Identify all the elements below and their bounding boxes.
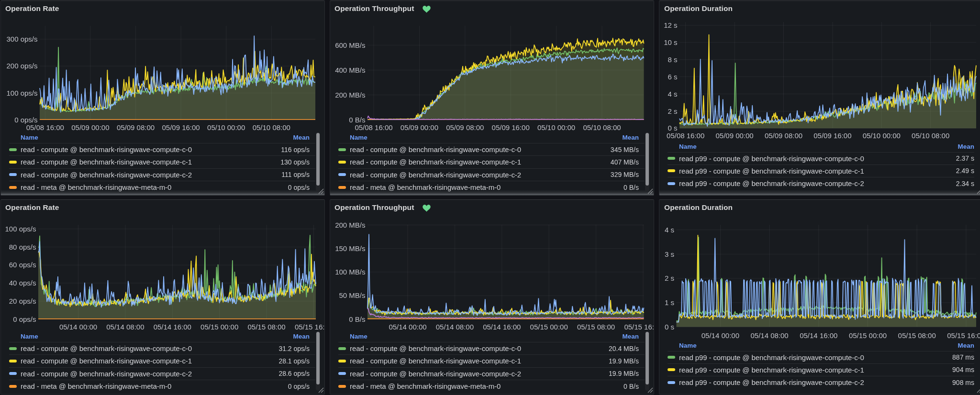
- svg-text:05/09 08:00: 05/09 08:00: [117, 123, 155, 132]
- svg-text:150 MB/s: 150 MB/s: [335, 244, 365, 252]
- svg-text:05/09 16:00: 05/09 16:00: [162, 123, 200, 132]
- svg-text:05/15 16:00: 05/15 16:00: [947, 331, 980, 340]
- svg-text:05/15 16:00: 05/15 16:00: [295, 323, 333, 331]
- svg-text:300 ops/s: 300 ops/s: [6, 35, 37, 43]
- svg-text:05/15 08:00: 05/15 08:00: [247, 323, 285, 331]
- svg-text:6 s: 6 s: [668, 73, 677, 81]
- svg-text:1 s: 1 s: [665, 298, 674, 307]
- svg-text:05/08 16:00: 05/08 16:00: [355, 123, 392, 132]
- svg-text:2 s: 2 s: [668, 107, 677, 115]
- svg-text:05/09 00:00: 05/09 00:00: [401, 123, 438, 132]
- svg-text:0 ops/s: 0 ops/s: [13, 315, 36, 323]
- svg-text:05/10 00:00: 05/10 00:00: [207, 123, 245, 132]
- svg-text:05/09 00:00: 05/09 00:00: [71, 123, 109, 132]
- svg-text:05/09 00:00: 05/09 00:00: [715, 132, 753, 140]
- svg-text:100 MB/s: 100 MB/s: [335, 268, 365, 276]
- svg-text:05/14 08:00: 05/14 08:00: [436, 323, 474, 331]
- svg-text:40 ops/s: 40 ops/s: [9, 279, 36, 287]
- svg-text:05/14 00:00: 05/14 00:00: [702, 331, 739, 340]
- svg-text:200 MB/s: 200 MB/s: [335, 221, 365, 229]
- svg-text:200 ops/s: 200 ops/s: [6, 62, 37, 70]
- svg-text:05/14 16:00: 05/14 16:00: [800, 331, 837, 340]
- svg-text:05/15 00:00: 05/15 00:00: [530, 323, 568, 331]
- svg-text:8 s: 8 s: [668, 55, 677, 64]
- svg-text:05/14 00:00: 05/14 00:00: [59, 323, 97, 331]
- svg-text:4 s: 4 s: [668, 90, 677, 98]
- svg-text:05/08 16:00: 05/08 16:00: [26, 123, 64, 132]
- svg-text:50 MB/s: 50 MB/s: [339, 291, 365, 299]
- svg-text:05/14 00:00: 05/14 00:00: [389, 323, 426, 331]
- svg-text:400 MB/s: 400 MB/s: [335, 66, 365, 74]
- svg-text:05/14 16:00: 05/14 16:00: [483, 323, 521, 331]
- svg-text:05/14 08:00: 05/14 08:00: [106, 323, 144, 331]
- svg-text:05/15 00:00: 05/15 00:00: [849, 331, 887, 340]
- svg-text:3 s: 3 s: [665, 250, 674, 258]
- svg-text:100 ops/s: 100 ops/s: [5, 225, 36, 233]
- svg-text:05/14 16:00: 05/14 16:00: [154, 323, 191, 331]
- svg-text:05/10 08:00: 05/10 08:00: [583, 123, 621, 132]
- svg-text:60 ops/s: 60 ops/s: [9, 261, 36, 269]
- svg-text:05/15 16:00: 05/15 16:00: [624, 323, 662, 331]
- svg-text:05/10 00:00: 05/10 00:00: [863, 132, 901, 140]
- svg-text:05/10 00:00: 05/10 00:00: [537, 123, 575, 132]
- svg-text:0 B/s: 0 B/s: [349, 315, 365, 323]
- svg-text:20 ops/s: 20 ops/s: [9, 297, 36, 305]
- svg-text:4 s: 4 s: [665, 226, 674, 234]
- svg-text:0 s: 0 s: [665, 323, 674, 331]
- svg-text:05/09 08:00: 05/09 08:00: [765, 132, 802, 140]
- svg-text:200 MB/s: 200 MB/s: [335, 91, 365, 99]
- svg-text:05/14 08:00: 05/14 08:00: [750, 331, 788, 340]
- svg-text:0 B/s: 0 B/s: [349, 116, 365, 124]
- svg-text:05/15 00:00: 05/15 00:00: [200, 323, 238, 331]
- svg-text:100 ops/s: 100 ops/s: [6, 89, 37, 97]
- svg-text:12 s: 12 s: [664, 21, 677, 29]
- svg-text:05/09 16:00: 05/09 16:00: [813, 132, 851, 140]
- svg-text:05/15 08:00: 05/15 08:00: [577, 323, 615, 331]
- svg-text:05/08 16:00: 05/08 16:00: [667, 132, 704, 140]
- svg-text:05/09 08:00: 05/09 08:00: [446, 123, 484, 132]
- svg-text:05/10 08:00: 05/10 08:00: [912, 132, 949, 140]
- svg-text:0 ops/s: 0 ops/s: [14, 116, 37, 124]
- svg-text:600 MB/s: 600 MB/s: [335, 41, 365, 49]
- svg-text:80 ops/s: 80 ops/s: [9, 243, 36, 251]
- svg-text:10 s: 10 s: [664, 38, 677, 46]
- svg-text:2 s: 2 s: [665, 274, 674, 282]
- svg-text:05/10 08:00: 05/10 08:00: [253, 123, 290, 132]
- svg-text:05/09 16:00: 05/09 16:00: [492, 123, 530, 132]
- svg-text:05/15 08:00: 05/15 08:00: [898, 331, 936, 340]
